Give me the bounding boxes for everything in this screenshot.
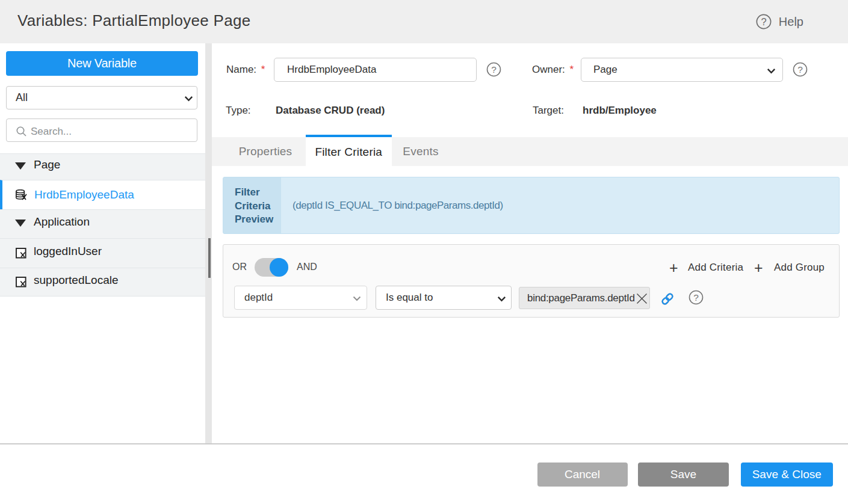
svg-text:?: ? <box>761 16 766 27</box>
svg-text:?: ? <box>693 292 699 303</box>
svg-text:?: ? <box>491 64 497 75</box>
svg-text:?: ? <box>797 64 803 75</box>
